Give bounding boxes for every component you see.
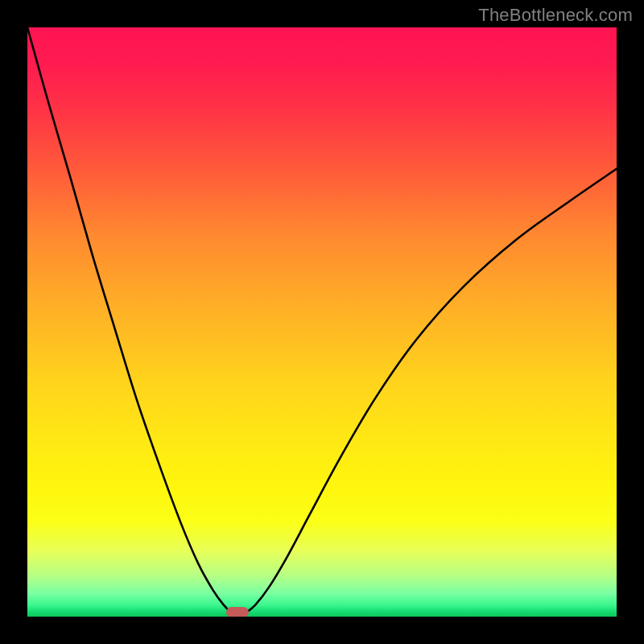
optimal-marker	[226, 607, 249, 617]
plot-area	[27, 27, 617, 617]
curve-svg	[27, 27, 617, 617]
bottleneck-curve	[27, 27, 617, 617]
chart-frame: TheBottleneck.com	[0, 0, 644, 644]
watermark-text: TheBottleneck.com	[478, 5, 633, 26]
